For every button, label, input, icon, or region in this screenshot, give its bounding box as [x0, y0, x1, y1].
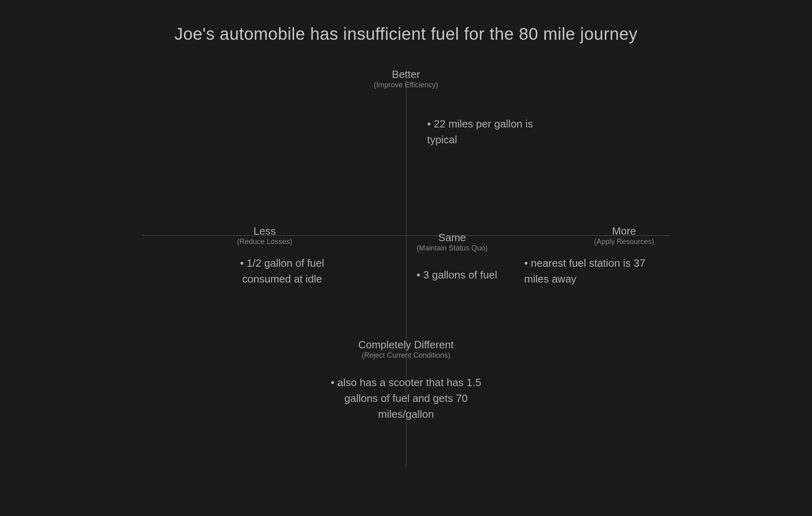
- same-main: Same: [417, 231, 488, 244]
- label-less: Less (Reduce Losses): [237, 225, 292, 246]
- less-main: Less: [237, 225, 292, 237]
- more-bullet-1: nearest fuel station is 37 miles away: [524, 255, 654, 287]
- label-same: Same (Maintain Status Quo): [417, 231, 488, 252]
- less-content: 1/2 gallon of fuel consumed at idle: [221, 255, 343, 287]
- label-completely-different: Completely Different (Reject Current Con…: [358, 339, 454, 360]
- more-content: nearest fuel station is 37 miles away: [524, 255, 654, 287]
- better-sub: (Improve Efficiency): [374, 81, 438, 89]
- less-bullet-1: 1/2 gallon of fuel consumed at idle: [221, 255, 343, 287]
- completely-different-sub: (Reject Current Conditions): [358, 351, 454, 360]
- completely-different-bullet-1: also has a scooter that has 1.5 gallons …: [325, 375, 487, 422]
- completely-different-content: also has a scooter that has 1.5 gallons …: [325, 375, 487, 422]
- label-more: More (Apply Resources): [594, 225, 654, 246]
- same-content: 3 gallons of fuel: [417, 267, 539, 283]
- same-bullet-1: 3 gallons of fuel: [417, 267, 539, 283]
- less-sub: (Reduce Losses): [237, 237, 292, 246]
- completely-different-main: Completely Different: [358, 339, 454, 351]
- page-container: Joe's automobile has insufficient fuel f…: [0, 0, 812, 516]
- better-main: Better: [374, 68, 438, 81]
- diagram-area: Better (Improve Efficiency) Less (Reduce…: [142, 68, 670, 466]
- better-bullet-1: 22 miles per gallon is typical: [427, 116, 565, 148]
- more-sub: (Apply Resources): [594, 237, 654, 246]
- better-content: 22 miles per gallon is typical: [427, 116, 565, 148]
- more-main: More: [594, 225, 654, 237]
- page-title: Joe's automobile has insufficient fuel f…: [174, 24, 637, 44]
- label-better: Better (Improve Efficiency): [374, 68, 438, 89]
- horizontal-axis: [142, 235, 670, 236]
- same-sub: (Maintain Status Quo): [417, 244, 488, 252]
